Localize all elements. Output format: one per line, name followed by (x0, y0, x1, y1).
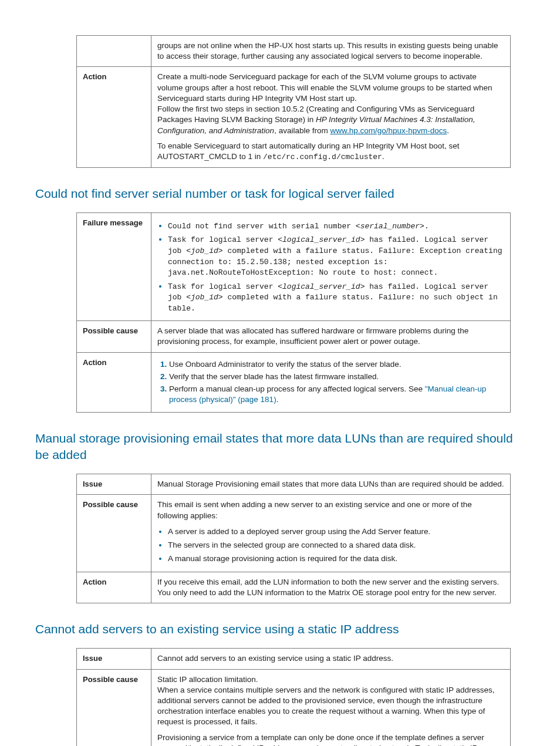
cell-text: Manual Storage Provisioning email states… (151, 474, 511, 495)
section-heading: Could not find server serial number or t… (35, 185, 525, 202)
row-label: Possible cause (77, 495, 151, 572)
list-item: A manual storage provisioning action is … (168, 553, 504, 564)
cell-text: groups are not online when the HP-UX hos… (151, 36, 511, 67)
text: . (276, 395, 279, 404)
page: groups are not online when the HP-UX hos… (0, 0, 560, 746)
text: . (382, 152, 384, 161)
table-row: groups are not online when the HP-UX hos… (77, 36, 511, 67)
cell-text: This email is sent when adding a new ser… (151, 495, 511, 572)
table-row: Possible cause This email is sent when a… (77, 495, 511, 572)
doc-link[interactable]: www.hp.com/go/hpux-hpvm-docs (330, 126, 447, 135)
cell-text: Static IP allocation limitation.When a s… (151, 669, 511, 746)
table-row: Action If you receive this email, add th… (77, 572, 511, 603)
row-label: Possible cause (77, 669, 151, 746)
text: Static IP allocation limitation. (157, 675, 258, 684)
row-label: Possible cause (77, 321, 151, 352)
code-var: <logical_server_id> (278, 282, 365, 291)
row-label: Issue (77, 474, 151, 495)
text: This email is sent when adding a new ser… (157, 499, 504, 521)
row-label: Issue (77, 649, 151, 669)
list-item: Task for logical server <logical_server_… (168, 281, 504, 314)
code-var: <job_id> (186, 293, 222, 302)
cell-text: Use Onboard Administrator to verify the … (151, 352, 511, 412)
row-label: Action (77, 572, 151, 603)
list-item: Use Onboard Administrator to verify the … (169, 359, 504, 370)
table-row: Action Use Onboard Administrator to veri… (77, 352, 511, 412)
table-static-ip: Issue Cannot add servers to an existing … (76, 648, 511, 746)
cell-text: Create a multi-node Serviceguard package… (151, 67, 511, 167)
list-item: Verify that the server blade has the lat… (169, 372, 504, 382)
row-label: Action (77, 352, 151, 412)
text: , available from (274, 126, 330, 135)
cell-text: Could not find server with serial number… (151, 212, 511, 320)
table-lun: Issue Manual Storage Provisioning email … (76, 474, 511, 603)
text: When a service contains multiple servers… (157, 686, 495, 727)
text: Perform a manual clean-up process for an… (169, 384, 425, 393)
list-item: Task for logical server <logical_server_… (168, 234, 504, 278)
table-row: Failure message Could not find server wi… (77, 212, 511, 320)
text: Provisioning a service from a template c… (157, 733, 504, 746)
code-text: Task for logical server (168, 235, 278, 244)
code-var: <serial_number> (356, 222, 424, 231)
table-slvm: groups are not online when the HP-UX hos… (76, 35, 511, 168)
list-item: Perform a manual clean-up process for an… (169, 384, 504, 405)
table-row: Issue Cannot add servers to an existing … (77, 649, 511, 669)
list-item: A server is added to a deployed server g… (168, 526, 504, 537)
section-heading: Cannot add servers to an existing servic… (35, 621, 525, 637)
row-label: Action (77, 67, 151, 167)
table-row: Issue Manual Storage Provisioning email … (77, 474, 511, 495)
code-var: <job_id> (186, 247, 222, 255)
cell-text: If you receive this email, add the LUN i… (151, 572, 511, 603)
code-var: <logical_server_id> (278, 235, 365, 244)
code-text: Task for logical server (168, 282, 278, 291)
table-row: Possible cause A server blade that was a… (77, 321, 511, 352)
row-label: Failure message (77, 212, 151, 320)
code-text: /etc/rc.config.d/cmcluster (263, 153, 382, 161)
text: . (447, 126, 449, 135)
section-heading: Manual storage provisioning email states… (35, 430, 525, 464)
list-item: Could not find server with serial number… (168, 220, 504, 232)
text: Create a multi-node Serviceguard package… (157, 72, 492, 102)
table-row: Possible cause Static IP allocation limi… (77, 669, 511, 746)
table-failure: Failure message Could not find server wi… (76, 212, 511, 413)
code-text: . (424, 222, 429, 231)
list-item: The servers in the selected group are co… (168, 539, 504, 551)
code-text: Could not find server with serial number (168, 222, 356, 231)
cell-text: A server blade that was allocated has su… (151, 321, 511, 352)
table-row: Action Create a multi-node Serviceguard … (77, 67, 511, 167)
row-label (77, 36, 151, 67)
cell-text: Cannot add servers to an existing servic… (151, 649, 511, 669)
